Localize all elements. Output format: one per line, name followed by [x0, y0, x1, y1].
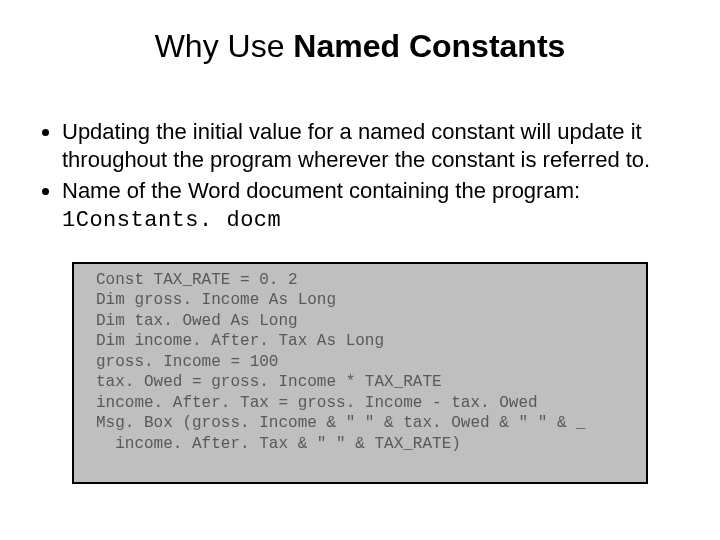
slide-title: Why Use Named Constants [0, 28, 720, 65]
bullet-code-filename: 1Constants. docm [62, 208, 281, 233]
title-prefix: Why Use [155, 28, 294, 64]
bullet-text-prefix: Name of the Word document containing the… [62, 178, 580, 203]
title-bold: Named Constants [293, 28, 565, 64]
code-block: Const TAX_RATE = 0. 2 Dim gross. Income … [72, 262, 648, 484]
bullet-item: Updating the initial value for a named c… [62, 118, 678, 173]
bullet-item: Name of the Word document containing the… [62, 177, 678, 234]
slide: Why Use Named Constants Updating the ini… [0, 0, 720, 540]
bullet-text: Updating the initial value for a named c… [62, 119, 650, 172]
bullet-list: Updating the initial value for a named c… [42, 118, 678, 238]
